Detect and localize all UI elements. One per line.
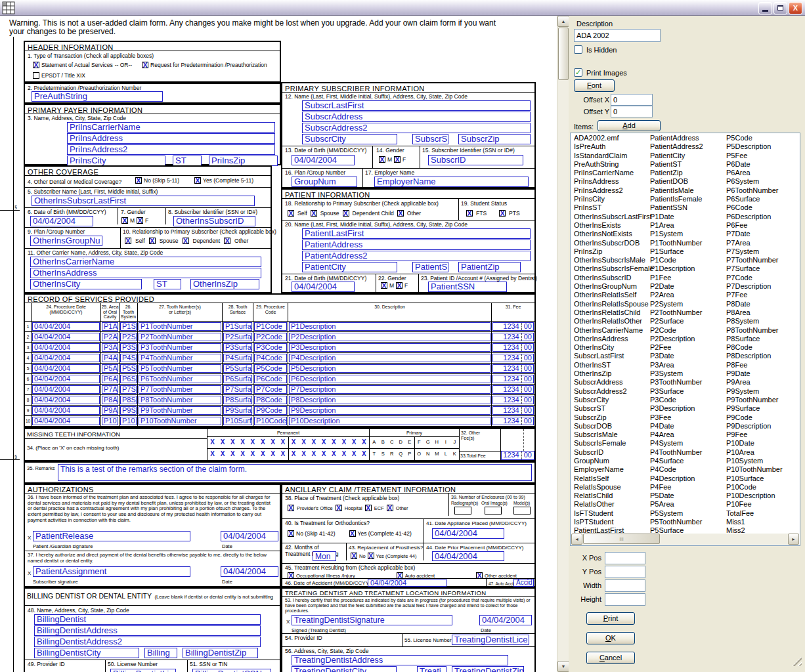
prosthesis-no-checkbox-checked[interactable]: X	[351, 553, 357, 559]
tooth-letter[interactable]: I	[441, 437, 450, 448]
other-checkbox-checked[interactable]: X	[224, 238, 230, 244]
billing-address2-field[interactable]: BillingDentistAddress2	[34, 637, 261, 647]
service-area-field[interactable]: P3A	[102, 343, 118, 352]
service-code-field[interactable]: P8Code	[254, 396, 287, 404]
tooth-letter[interactable]: J	[450, 437, 460, 448]
list-item[interactable]: OtherInsRelatIsOther	[574, 317, 654, 326]
list-item[interactable]: P4Fee	[650, 483, 703, 492]
service-fee-field[interactable]: 123400	[492, 417, 534, 425]
service-code-field[interactable]: P9Code	[254, 406, 287, 415]
width-input[interactable]	[605, 579, 645, 592]
tooth-letter[interactable]: R	[387, 449, 397, 460]
preauth-field[interactable]: PreAuthString	[32, 91, 163, 102]
service-system-field[interactable]: P1S	[120, 322, 137, 331]
tooth-x-mark[interactable]: X	[207, 449, 217, 460]
priins-address2-field[interactable]: PriInsAddress2	[67, 144, 275, 155]
list-item[interactable]: OtherInsSubscrDOB	[574, 239, 654, 247]
service-code-field[interactable]: P7Code	[254, 385, 287, 394]
list-item[interactable]: P2ToothNumber	[650, 308, 703, 317]
list-item[interactable]: OtherInsRelatIsSelf	[574, 291, 654, 299]
list-item[interactable]: P7System	[726, 247, 783, 256]
list-item[interactable]: P2Date	[650, 282, 703, 291]
service-fee-field[interactable]: 123400	[492, 333, 534, 341]
male-checkbox-checked[interactable]: X	[379, 156, 385, 163]
items-listbox[interactable]: ADA2002.emfIsPreAuthIsStandardClaimPreAu…	[570, 133, 800, 546]
tooth-x-mark[interactable]: X	[309, 437, 318, 448]
self-checkbox-checked[interactable]: X	[125, 238, 131, 244]
ecf-checkbox-checked[interactable]: X	[365, 505, 372, 511]
list-item[interactable]: P9Code	[726, 413, 783, 422]
otherins-dob-field[interactable]: 04/04/2004	[30, 216, 93, 226]
accident-date-field[interactable]: 04/04/2004	[368, 579, 446, 587]
list-item[interactable]: P7Date	[726, 230, 783, 238]
service-surface-field[interactable]: P3Surfac	[223, 343, 252, 352]
list-item[interactable]: P1ToothNumber	[650, 239, 703, 247]
service-description-field[interactable]: P7Description	[289, 385, 490, 394]
service-description-field[interactable]: P1Description	[289, 322, 490, 331]
list-item[interactable]: PatientSSN	[650, 203, 703, 212]
tooth-x-mark[interactable]: X	[248, 449, 257, 460]
patient-zip-field[interactable]: PatientZip	[458, 262, 521, 272]
tooth-x-mark[interactable]: X	[288, 437, 299, 448]
office-checkbox-checked[interactable]: X	[288, 505, 294, 511]
service-area-field[interactable]: P1A	[102, 322, 118, 331]
list-item[interactable]: P5System	[650, 509, 703, 518]
list-item[interactable]: P9Area	[726, 378, 783, 387]
ortho-yes-checkbox-checked[interactable]: X	[349, 530, 356, 537]
service-description-field[interactable]: P2Description	[289, 333, 490, 341]
service-system-field[interactable]: P4S	[120, 354, 137, 362]
billing-zip-field[interactable]: BillingDentistZip	[183, 648, 258, 658]
service-code-field[interactable]: P5Code	[254, 364, 287, 373]
listbox-horizontal-scrollbar[interactable]: ◄ |||| ►	[571, 534, 799, 545]
service-tooth-field[interactable]: P5ToothNumber	[139, 364, 221, 373]
list-item[interactable]: OtherInsNotExists	[574, 230, 654, 238]
list-item[interactable]: P9Description	[726, 422, 783, 430]
list-item[interactable]: P7Description	[726, 282, 783, 291]
service-surface-field[interactable]: P6Surfac	[223, 375, 252, 383]
list-item[interactable]: Miss1	[726, 518, 783, 526]
list-item[interactable]: P3Date	[650, 352, 703, 360]
scroll-down-button[interactable]: ▼	[557, 661, 569, 672]
tooth-letter[interactable]: L	[441, 449, 450, 460]
list-item[interactable]: P1Fee	[650, 274, 703, 282]
list-item[interactable]: OtherInsCarrierName	[574, 326, 654, 335]
tooth-x-mark[interactable]: X	[268, 449, 278, 460]
prior-placement-date-field[interactable]: 04/04/2004	[432, 551, 504, 561]
list-item[interactable]: OtherInsCity	[574, 343, 654, 352]
fts-checkbox-checked[interactable]: X	[466, 210, 473, 217]
service-date-field[interactable]: 04/04/2004	[32, 385, 100, 394]
accident-state-field[interactable]: Accid	[513, 579, 534, 587]
service-code-field[interactable]: P3Code	[254, 343, 287, 352]
list-item[interactable]: P9System	[726, 387, 783, 396]
billing-state-field[interactable]: Billing	[144, 648, 177, 658]
service-area-field[interactable]: P6A	[102, 375, 118, 383]
list-item[interactable]: P2Surface	[650, 317, 703, 326]
scroll-left-button[interactable]: ◄	[571, 534, 582, 545]
service-tooth-field[interactable]: P1ToothNumber	[139, 322, 221, 331]
list-item[interactable]: PatientAddress	[650, 134, 703, 142]
tooth-letter[interactable]: E	[405, 437, 414, 448]
list-item[interactable]: PriInsAddress	[574, 177, 654, 186]
service-area-field[interactable]: P4A	[102, 354, 118, 362]
list-item[interactable]: SubscrID	[574, 448, 654, 457]
tooth-x-mark[interactable]: X	[329, 449, 339, 460]
scroll-right-button[interactable]: ►	[788, 534, 799, 545]
service-code-field[interactable]: P1Code	[254, 322, 287, 331]
list-item[interactable]: GroupNum	[574, 457, 654, 465]
service-surface-field[interactable]: P1Surfac	[223, 322, 252, 331]
list-item[interactable]: P8Surface	[726, 335, 783, 343]
list-item[interactable]: P8Date	[726, 300, 783, 308]
priins-carrier-field[interactable]: PriInsCarrierName	[67, 122, 275, 133]
list-item[interactable]: P8Area	[726, 308, 783, 317]
service-surface-field[interactable]: P2Surfac	[223, 333, 252, 341]
permanent-top-row[interactable]: XXXXXXXXXXXXXXXX	[207, 437, 369, 448]
treating-city-field[interactable]: TreatingDentistCity	[292, 666, 397, 672]
list-item[interactable]: P4Description	[650, 474, 703, 483]
tooth-letter[interactable]: D	[397, 437, 406, 448]
service-fee-field[interactable]: 123400	[492, 322, 534, 331]
tooth-x-mark[interactable]: X	[258, 449, 268, 460]
dependent-child-checkbox-checked[interactable]: X	[343, 210, 349, 217]
billing-name-field[interactable]: BillingDentist	[34, 614, 261, 625]
billing-address-field[interactable]: BillingDentistAddress	[34, 625, 261, 636]
scroll-up-button[interactable]: ▲	[557, 16, 569, 27]
